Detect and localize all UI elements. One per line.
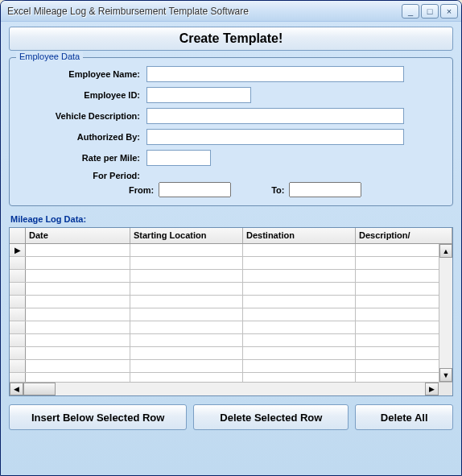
- from-label: From:: [129, 185, 154, 195]
- table-row[interactable]: [10, 270, 452, 283]
- table-row[interactable]: [10, 347, 452, 360]
- to-input[interactable]: [289, 182, 361, 197]
- window-title: Excel Mileage Log & Reimbursement Templa…: [7, 6, 402, 17]
- col-date[interactable]: Date: [26, 228, 130, 243]
- table-row[interactable]: [10, 283, 452, 296]
- grid-body[interactable]: ▶: [10, 244, 452, 382]
- mileage-grid[interactable]: Date Starting Location Destination Descr…: [9, 227, 453, 396]
- row-selector-icon[interactable]: ▶: [10, 244, 26, 256]
- vertical-scrollbar[interactable]: ▲ ▼: [439, 244, 452, 382]
- delete-selected-button[interactable]: Delete Selected Row: [193, 404, 349, 430]
- employee-data-group: Employee Data Employee Name: Employee ID…: [9, 57, 453, 206]
- delete-all-button[interactable]: Delete All: [355, 404, 453, 430]
- table-row[interactable]: [10, 334, 452, 347]
- col-starting-location[interactable]: Starting Location: [130, 228, 243, 243]
- employee-data-legend: Employee Data: [16, 52, 83, 61]
- col-destination[interactable]: Destination: [243, 228, 356, 243]
- vehicle-description-label: Vehicle Description:: [18, 111, 146, 121]
- insert-below-button[interactable]: Insert Below Selected Row: [9, 404, 187, 430]
- scroll-down-icon[interactable]: ▼: [439, 368, 452, 382]
- for-period-label: For Period:: [18, 171, 146, 180]
- button-row: Insert Below Selected Row Delete Selecte…: [9, 404, 453, 430]
- table-row[interactable]: [10, 257, 452, 270]
- grid-header: Date Starting Location Destination Descr…: [10, 228, 452, 244]
- employee-name-input[interactable]: [146, 66, 404, 82]
- close-button[interactable]: ×: [440, 4, 458, 19]
- table-row[interactable]: [10, 296, 452, 308]
- authorized-by-label: Authorized By:: [18, 132, 146, 142]
- col-description[interactable]: Description/: [356, 228, 452, 243]
- authorized-by-input[interactable]: [146, 129, 404, 145]
- scroll-left-icon[interactable]: ◀: [10, 383, 23, 395]
- scroll-right-icon[interactable]: ▶: [425, 383, 439, 395]
- rate-per-mile-input[interactable]: [146, 150, 211, 166]
- table-row[interactable]: [10, 321, 452, 334]
- horizontal-scrollbar[interactable]: ◀ ▶: [10, 382, 452, 395]
- app-window: Excel Mileage Log & Reimbursement Templa…: [0, 0, 462, 476]
- employee-id-input[interactable]: [146, 87, 251, 103]
- hscroll-thumb[interactable]: [23, 383, 56, 395]
- client-area: Create Template! Employee Data Employee …: [1, 22, 461, 475]
- employee-name-label: Employee Name:: [18, 69, 146, 79]
- minimize-button[interactable]: _: [402, 4, 419, 19]
- from-input[interactable]: [159, 182, 231, 197]
- employee-id-label: Employee ID:: [18, 90, 146, 100]
- grid-corner: [10, 228, 26, 243]
- rate-per-mile-label: Rate per Mile:: [18, 153, 146, 163]
- scroll-up-icon[interactable]: ▲: [439, 244, 452, 258]
- maximize-button[interactable]: □: [421, 4, 439, 19]
- table-row[interactable]: [10, 308, 452, 321]
- table-row[interactable]: [10, 373, 452, 382]
- create-template-button[interactable]: Create Template!: [9, 27, 453, 51]
- to-label: To:: [271, 185, 284, 195]
- mileage-log-legend: Mileage Log Data:: [10, 214, 453, 224]
- table-row[interactable]: [10, 360, 452, 373]
- table-row[interactable]: ▶: [10, 244, 452, 257]
- titlebar: Excel Mileage Log & Reimbursement Templa…: [1, 1, 461, 22]
- vehicle-description-input[interactable]: [146, 108, 404, 124]
